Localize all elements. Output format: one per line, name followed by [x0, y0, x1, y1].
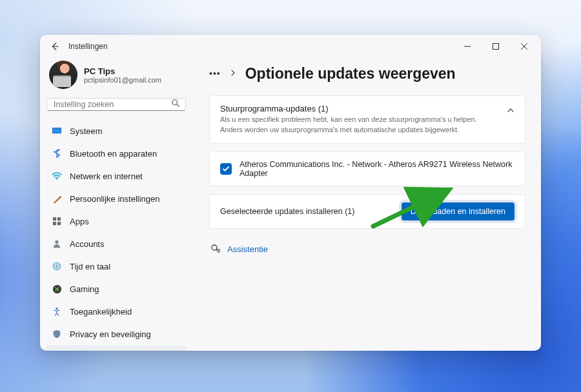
- help-icon: [210, 243, 221, 255]
- svg-point-4: [56, 179, 57, 180]
- settings-window: Instellingen PC Tips pctipsinfo01@gmail.…: [40, 35, 541, 351]
- sidebar-item-privacy[interactable]: Privacy en beveiliging: [45, 323, 187, 345]
- profile-block[interactable]: PC Tips pctipsinfo01@gmail.com: [45, 58, 187, 98]
- profile-name: PC Tips: [84, 66, 161, 76]
- install-selected-label: Geselecteerde updates installeren (1): [220, 207, 394, 216]
- window-title: Instellingen: [68, 42, 108, 51]
- gaming-icon: [52, 284, 62, 294]
- sidebar-item-gaming[interactable]: Gaming: [45, 278, 187, 300]
- maximize-button[interactable]: [482, 37, 510, 55]
- sidebar-item-label: Gaming: [70, 284, 99, 294]
- sidebar-item-label: Accounts: [70, 239, 104, 249]
- chevron-up-icon: [507, 105, 515, 117]
- help-row: Assistentie: [209, 243, 525, 255]
- download-install-button[interactable]: Downloaden en installeren: [402, 202, 515, 220]
- display-icon: [52, 126, 62, 136]
- sidebar-item-bluetooth[interactable]: Bluetooth en apparaten: [45, 142, 187, 164]
- main-content: ••• Optionele updates weergeven Stuurpro…: [192, 58, 541, 351]
- minimize-button[interactable]: [453, 37, 482, 55]
- help-link[interactable]: Assistentie: [227, 244, 268, 254]
- avatar: [49, 61, 77, 89]
- driver-update-item[interactable]: Atheros Communications Inc. - Network - …: [209, 152, 525, 186]
- driver-updates-card: Stuurprogramma-updates (1) Als u een spe…: [209, 95, 525, 144]
- close-button[interactable]: [510, 37, 538, 55]
- clock-globe-icon: [52, 261, 62, 271]
- sidebar-item-apps[interactable]: Apps: [45, 210, 187, 232]
- apps-icon: [52, 216, 62, 226]
- breadcrumb-overflow-icon[interactable]: •••: [209, 68, 221, 79]
- sidebar-item-label: Netwerk en internet: [70, 172, 143, 181]
- search-box[interactable]: [46, 98, 186, 111]
- driver-updates-header[interactable]: Stuurprogramma-updates (1) Als u een spe…: [210, 96, 525, 143]
- sidebar-nav: Systeem Bluetooth en apparaten Netwerk e…: [45, 120, 187, 351]
- bluetooth-icon: [52, 148, 62, 159]
- sidebar-item-network[interactable]: Netwerk en internet: [45, 165, 187, 187]
- search-icon: [171, 99, 180, 110]
- svg-rect-8: [57, 222, 61, 225]
- breadcrumb: ••• Optionele updates weergeven: [209, 59, 525, 88]
- svg-rect-6: [57, 217, 61, 220]
- driver-updates-subtitle: Als u een specifiek probleem hebt, kan e…: [220, 115, 491, 135]
- sidebar: PC Tips pctipsinfo01@gmail.com Systeem B…: [40, 58, 192, 351]
- paint-icon: [52, 193, 62, 204]
- svg-rect-5: [53, 217, 56, 220]
- svg-rect-0: [493, 44, 499, 50]
- chevron-right-icon: [230, 69, 236, 78]
- page-title: Optionele updates weergeven: [245, 65, 456, 83]
- svg-point-12: [56, 308, 58, 310]
- sidebar-item-label: Bluetooth en apparaten: [70, 149, 157, 159]
- sidebar-item-label: Systeem: [70, 126, 103, 136]
- accessibility-icon: [52, 306, 62, 317]
- profile-email: pctipsinfo01@gmail.com: [84, 76, 161, 84]
- sidebar-item-label: Tijd en taal: [70, 262, 110, 271]
- titlebar: Instellingen: [40, 35, 541, 58]
- svg-point-1: [172, 100, 178, 105]
- sidebar-item-windows-update[interactable]: Windows Update: [45, 346, 187, 351]
- install-selected-card: Geselecteerde updates installeren (1) Do…: [209, 194, 525, 229]
- accounts-icon: [52, 239, 62, 249]
- shield-icon: [52, 329, 62, 339]
- back-button[interactable]: [49, 42, 61, 51]
- wifi-icon: [52, 171, 62, 181]
- sidebar-item-accounts[interactable]: Accounts: [45, 233, 187, 255]
- driver-updates-title: Stuurprogramma-updates (1): [220, 104, 502, 113]
- svg-rect-3: [53, 128, 61, 133]
- sidebar-item-system[interactable]: Systeem: [45, 120, 187, 142]
- sidebar-item-accessibility[interactable]: Toegankelijkheid: [45, 300, 187, 322]
- sidebar-item-time[interactable]: Tijd en taal: [45, 255, 187, 277]
- search-input[interactable]: [52, 99, 171, 110]
- sidebar-item-label: Privacy en beveiliging: [70, 329, 151, 339]
- driver-item-label: Atheros Communications Inc. - Network - …: [240, 160, 515, 178]
- checkbox-checked[interactable]: [220, 163, 232, 175]
- svg-rect-7: [53, 222, 56, 225]
- sidebar-item-personalization[interactable]: Persoonlijke instellingen: [45, 188, 187, 210]
- sidebar-item-label: Apps: [70, 217, 89, 226]
- sidebar-item-label: Toegankelijkheid: [70, 307, 132, 317]
- svg-point-9: [55, 240, 58, 244]
- sidebar-item-label: Persoonlijke instellingen: [70, 194, 159, 204]
